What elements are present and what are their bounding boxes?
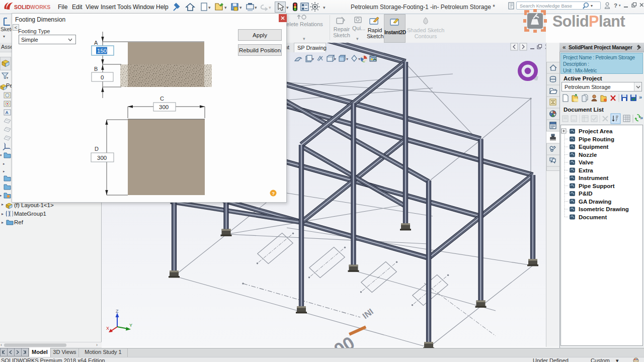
svg-text:D: D bbox=[95, 146, 99, 152]
svg-text:B: B bbox=[94, 66, 98, 72]
svg-text:▾: ▾ bbox=[224, 5, 227, 10]
svg-text:▸: ▸ bbox=[2, 212, 4, 216]
svg-text:▾: ▾ bbox=[255, 5, 257, 10]
svg-text:▾: ▾ bbox=[346, 57, 348, 61]
svg-text:0: 0 bbox=[101, 74, 104, 80]
svg-text:▾: ▾ bbox=[334, 57, 336, 61]
svg-text:150: 150 bbox=[97, 48, 107, 54]
svg-text:SolidPlant: SolidPlant bbox=[552, 13, 625, 30]
svg-text:A: A bbox=[94, 40, 98, 46]
svg-text:▾: ▾ bbox=[591, 4, 593, 8]
svg-text:MateGroup1: MateGroup1 bbox=[14, 211, 46, 217]
svg-text:▾: ▾ bbox=[239, 5, 242, 10]
svg-text:»: » bbox=[639, 94, 642, 100]
svg-text:X: X bbox=[106, 326, 109, 331]
svg-text:?: ? bbox=[272, 191, 275, 196]
svg-text:(f) Layout-1<1>: (f) Layout-1<1> bbox=[14, 202, 54, 208]
svg-text:▾: ▾ bbox=[323, 5, 326, 10]
svg-text:▾: ▾ bbox=[7, 76, 9, 79]
svg-text:▾: ▾ bbox=[619, 4, 621, 7]
svg-text:A: A bbox=[6, 110, 9, 115]
svg-text:C: C bbox=[160, 96, 164, 102]
svg-text:▸: ▸ bbox=[3, 169, 5, 173]
svg-text:Y: Y bbox=[129, 323, 132, 328]
svg-text:▾: ▾ bbox=[269, 5, 271, 10]
svg-text:▾: ▾ bbox=[312, 57, 314, 61]
svg-text:▾: ▾ bbox=[0, 153, 2, 157]
svg-text:▸: ▸ bbox=[0, 194, 2, 197]
svg-text:300: 300 bbox=[159, 104, 169, 110]
svg-text:▸: ▸ bbox=[2, 220, 4, 225]
svg-text:INI: INI bbox=[361, 307, 375, 321]
svg-text:300: 300 bbox=[97, 155, 107, 161]
svg-text:▾: ▾ bbox=[208, 5, 211, 10]
svg-text:▾: ▾ bbox=[286, 5, 289, 10]
svg-text:▾: ▾ bbox=[358, 57, 360, 61]
svg-text:Ref: Ref bbox=[14, 219, 24, 225]
svg-text:»: » bbox=[640, 115, 643, 121]
svg-text:▸: ▸ bbox=[3, 162, 5, 165]
